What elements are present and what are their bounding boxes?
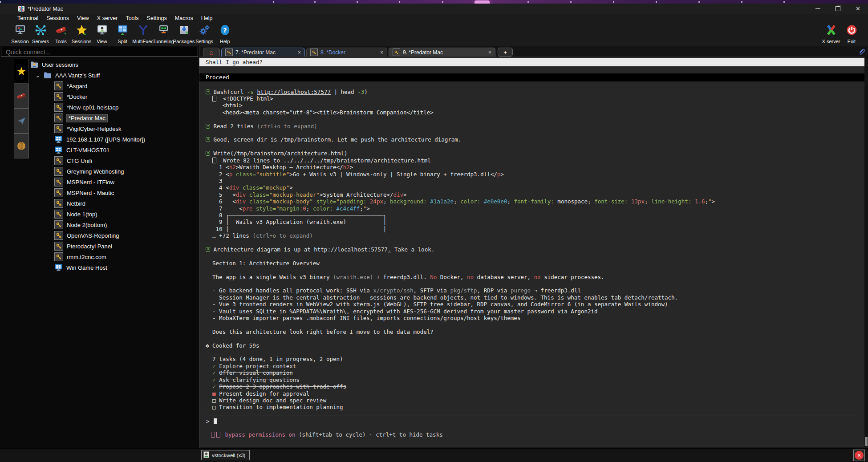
prompt-input[interactable]: >	[204, 416, 859, 427]
session-item-node-2-bottom[interactable]: Node 2(bottom)	[29, 219, 199, 230]
prompt-char: >	[206, 418, 210, 425]
session-item-ctg-unifi[interactable]: CTG Unifi	[29, 155, 199, 166]
minimize-button[interactable]	[808, 4, 828, 14]
toolbar-settings-button[interactable]: Settings	[194, 23, 215, 46]
home-tab[interactable]: ⌂	[203, 48, 220, 57]
toolbar-split-button[interactable]: Split	[112, 23, 133, 46]
window-title: *Predator Mac	[28, 6, 63, 12]
toolbar-exit-button[interactable]: Exit	[841, 23, 862, 46]
session-item-netbird[interactable]: Netbird	[29, 198, 199, 209]
multiexec-icon	[137, 24, 149, 38]
session-item-docker[interactable]: *Docker	[29, 91, 199, 102]
menu-bar: TerminalSessionsViewX serverToolsSetting…	[0, 14, 868, 23]
session-item-192-168-1-107-ups-monitor[interactable]: 192.168.1.107 ([UPS-Monitor])	[29, 134, 199, 145]
session-item-pterodactyl-panel[interactable]: Pterodactyl Panel	[29, 241, 199, 251]
xserver-icon	[825, 24, 837, 38]
toolbar-multiexec-button[interactable]: MultiExec	[133, 23, 153, 46]
terminal-line: Bash(curl -s http://localhost:57577 | he…	[199, 89, 864, 95]
session-label: rmm.t2cnc.com	[67, 254, 106, 260]
menu-sessions[interactable]: Sessions	[42, 15, 73, 21]
tab-9-predator-mac[interactable]: 9. *Predator Mac×	[389, 48, 495, 57]
session-item-new-cp01-heistacp[interactable]: *New-cp01-heistacp	[29, 102, 199, 113]
ssh-key-icon	[225, 49, 233, 56]
toolbar-label: Session	[11, 39, 28, 44]
session-item-vigilcyber-helpdesk[interactable]: *VigilCyber-Helpdesk	[29, 123, 199, 134]
session-item-aaa-vantz-s-stuff[interactable]: ⌄AAA Vantz's Stuff	[29, 70, 199, 81]
terminal-line: ✓ Propose 2-3 approaches with trade-offs	[199, 383, 864, 390]
session-item-predator-mac[interactable]: *Predator Mac	[29, 113, 199, 123]
session-label: Netbird	[67, 200, 85, 207]
railplane-icon	[16, 116, 26, 126]
toolbar-tools-button[interactable]: Tools	[51, 23, 71, 46]
user-session-chip[interactable]: vstockwell (x3)	[201, 450, 250, 460]
rail-network-button[interactable]	[14, 134, 29, 158]
toolbar-help-button[interactable]: ?Help	[215, 23, 235, 46]
tool-bullet-icon	[206, 137, 210, 142]
menu-help[interactable]: Help	[197, 15, 217, 21]
star-icon: ★	[16, 65, 26, 77]
terminal[interactable]: Shall I go ahead? Proceed Bash(curl -s h…	[199, 57, 864, 447]
scrollbar-thumb[interactable]	[865, 437, 868, 446]
terminal-line: Write(/tmp/brainstorm/architecture.html)	[199, 150, 864, 157]
packages-icon	[178, 24, 190, 38]
terminal-line: ■ Present design for approval	[199, 390, 864, 397]
session-item-mspnerd-itflow[interactable]: MSPNerd - ITFlow	[29, 177, 199, 187]
menu-terminal[interactable]: Terminal	[13, 15, 42, 21]
menu-tools[interactable]: Tools	[122, 15, 142, 21]
status-bar: vstockwell (x3) ✕	[0, 448, 868, 462]
missing-glyph-box	[211, 432, 215, 438]
terminal-line: 10 │ │	[199, 226, 864, 232]
terminal-line: 4 <div class="mockup">	[199, 184, 864, 191]
sidebar-rail: ★	[14, 59, 29, 273]
toolbar-x-server-button[interactable]: X server	[821, 23, 841, 46]
rail-tools-button[interactable]	[14, 84, 29, 109]
chevron-down-icon[interactable]: ⌄	[34, 72, 42, 79]
toolbar-packages-button[interactable]: Packages	[174, 23, 194, 46]
tab-close-icon[interactable]: ×	[293, 49, 301, 56]
tab-7-predator-mac[interactable]: 7. *Predator Mac×	[221, 48, 305, 57]
session-item-rmm-t2cnc-com[interactable]: rmm.t2cnc.com	[29, 251, 199, 262]
ssh-key-icon	[310, 49, 318, 56]
session-item-user-sessions[interactable]: User sessions	[29, 59, 199, 70]
menu-macros[interactable]: Macros	[171, 15, 197, 21]
toolbar-tunneling-button[interactable]: Tunneling	[153, 23, 174, 46]
menu-settings[interactable]: Settings	[143, 15, 171, 21]
restore-button[interactable]	[828, 4, 848, 14]
paperclip-icon[interactable]	[858, 48, 865, 57]
terminal-line: 5 <div class="mockup-header">System Arch…	[199, 191, 864, 198]
quick-connect-input[interactable]	[1, 47, 198, 57]
session-label: 192.168.1.107 ([UPS-Monitor])	[66, 136, 145, 143]
tab-close-icon[interactable]: ×	[376, 49, 383, 56]
toolbar-session-button[interactable]: Session	[10, 23, 30, 46]
terminal-line: - Session Manager is the central abstrac…	[199, 294, 864, 301]
session-label: Node 2(bottom)	[67, 222, 107, 228]
toolbar-label: Packages	[173, 39, 195, 44]
missing-glyph-box	[216, 432, 220, 438]
toolbar-servers-button[interactable]: Servers	[30, 23, 51, 46]
session-item-greyming-webhosting[interactable]: Greyming Webhosting	[29, 166, 199, 177]
tab-8-docker[interactable]: 8. *Docker×	[306, 48, 387, 57]
session-item-win-game-host[interactable]: Win Game Host	[29, 262, 199, 273]
terminal-scrollbar[interactable]	[864, 57, 868, 447]
terminal-line: The app is a single Wails v3 binary (wra…	[199, 274, 864, 280]
menu-x-server[interactable]: X server	[93, 15, 122, 21]
toolbar-sessions-button[interactable]: Sessions	[71, 23, 92, 46]
userfolder-icon	[30, 61, 38, 68]
terminal-line: ✻ Cooked for 59s	[199, 342, 864, 349]
kill-session-button[interactable]: ✕	[853, 450, 865, 461]
rail-sftp-button[interactable]	[14, 109, 29, 134]
menu-view[interactable]: View	[73, 15, 93, 21]
session-item-node-1-top[interactable]: Node 1(top)	[29, 209, 199, 219]
new-tab-button[interactable]: +	[498, 48, 513, 57]
session-label: User sessions	[42, 61, 78, 68]
text-cursor	[214, 418, 217, 424]
close-button[interactable]: ✕	[848, 4, 868, 14]
sessions-sidebar: ★ User sessions⌄AAA Vantz's Stuff*Asgard…	[0, 46, 199, 449]
toolbar-view-button[interactable]: View	[92, 23, 112, 46]
session-item-clt-vmhost01[interactable]: CLT-VMHOST01	[29, 145, 199, 155]
session-item-mspnerd-mautic[interactable]: MSPNerd - Mautic	[29, 187, 199, 198]
rail-favorites-button[interactable]: ★	[14, 59, 29, 84]
tab-close-icon[interactable]: ×	[484, 49, 491, 56]
session-item-openvas-reporting[interactable]: OpenVAS-Reporting	[29, 230, 199, 241]
session-item-asgard[interactable]: *Asgard	[29, 81, 199, 91]
